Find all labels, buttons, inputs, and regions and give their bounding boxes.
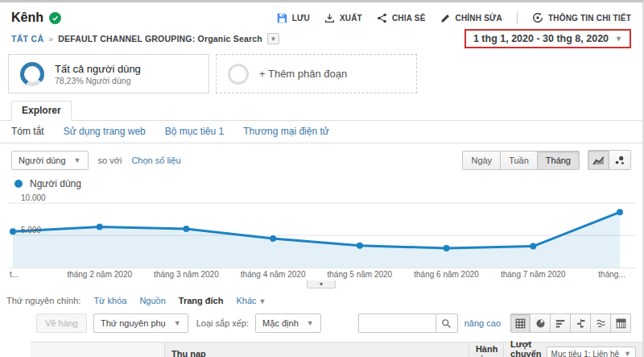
primary-dimension-label: Thứ nguyên chính:	[6, 296, 80, 305]
metric-dropdown[interactable]: Người dùng ▼	[11, 151, 89, 170]
edit-button[interactable]: CHỈNH SỬA	[440, 13, 502, 23]
timeseries-chart[interactable]: 5.00010.000t...tháng 2 năm 2020tháng 3 n…	[0, 201, 642, 280]
line-chart-button[interactable]	[588, 150, 609, 170]
table-view-button[interactable]	[510, 313, 530, 333]
percentage-view-button[interactable]	[530, 313, 551, 333]
breadcrumb-dropdown-button[interactable]: ▼	[267, 33, 279, 44]
comparison-view-icon	[576, 318, 586, 329]
line-chart-icon	[592, 156, 605, 165]
report-title: Kênh	[11, 10, 43, 25]
breadcrumb: TẤT CẢ » DEFAULT CHANNEL GROUPING: Organ…	[11, 33, 279, 44]
title-bar: Kênh LƯU XUẤT CHIA SẺ	[0, 2, 642, 25]
x-axis-tick-label: tháng 6 năm 2020	[414, 270, 479, 279]
motion-chart-button[interactable]	[609, 150, 631, 170]
save-button[interactable]: LƯU	[277, 13, 310, 23]
data-table-header: Thu nạp Hành vi Lượt chuyển đổi Mục tiêu…	[31, 342, 642, 357]
insights-icon	[532, 12, 543, 23]
chevron-down-icon: ▼	[270, 35, 276, 43]
subtab-ecommerce[interactable]: Thương mại điện tử	[243, 126, 329, 137]
metric-bar: Người dùng ▼ so với Chọn số liệu Ngày Tu…	[11, 150, 631, 170]
save-icon	[277, 13, 287, 23]
breadcrumb-grouping: DEFAULT CHANNEL GROUPING: Organic Search	[58, 34, 262, 44]
segments-row: Tất cả người dùng 78,23% Người dùng + Th…	[8, 54, 634, 93]
dimension-other-link[interactable]: Khác ▼	[236, 296, 266, 305]
insights-label: THÔNG TIN CHI TIẾT	[548, 14, 631, 23]
x-axis-tick-label: tháng 3 năm 2020	[154, 270, 219, 279]
sort-type-dropdown[interactable]: Mặc định ▼	[255, 313, 321, 333]
advanced-search-link[interactable]: nâng cao	[464, 318, 501, 328]
share-label: CHIA SẺ	[392, 14, 426, 23]
comparison-view-button[interactable]	[571, 313, 591, 333]
y-axis-tick-label: 5.000	[21, 226, 41, 235]
secondary-dimension-dropdown[interactable]: Thứ nguyên phụ ▼	[93, 313, 188, 333]
table-search	[358, 313, 458, 333]
chart-canvas	[0, 201, 644, 268]
granularity-week-button[interactable]: Tuần	[501, 151, 538, 170]
search-icon	[441, 318, 452, 329]
granularity-buttons: Ngày Tuần Tháng	[462, 151, 580, 170]
chevron-down-icon: ▼	[615, 35, 622, 43]
share-button[interactable]: CHIA SẺ	[377, 13, 426, 23]
dimension-landing-page-link[interactable]: Trang đích	[179, 296, 224, 305]
subtab-goal-set-1[interactable]: Bộ mục tiêu 1	[165, 126, 224, 137]
choose-metric-link[interactable]: Chọn số liệu	[131, 156, 180, 165]
add-segment-button[interactable]: + Thêm phân đoạn	[216, 54, 417, 93]
segment-donut-icon	[20, 62, 44, 86]
chart-legend: Người dùng	[14, 178, 642, 189]
subtab-site-usage[interactable]: Sử dụng trang web	[64, 126, 146, 137]
sort-type-label: Loại sắp xếp:	[196, 318, 249, 328]
granularity-day-button[interactable]: Ngày	[462, 151, 501, 170]
behavior-column-header: Hành vi	[469, 342, 504, 357]
export-label: XUẤT	[340, 14, 362, 23]
date-range-selector[interactable]: 1 thg 1, 2020 - 30 thg 8, 2020 ▼	[464, 29, 631, 48]
insights-button[interactable]: THÔNG TIN CHI TIẾT	[532, 12, 631, 23]
segment-card-all-users[interactable]: Tất cả người dùng 78,23% Người dùng	[8, 54, 209, 93]
search-input[interactable]	[358, 313, 436, 333]
empty-circle-icon	[228, 64, 249, 85]
page-title: Kênh	[11, 10, 61, 25]
chart-collapse-button[interactable]: ▼	[307, 280, 336, 289]
add-segment-label: + Thêm phân đoạn	[259, 68, 347, 80]
vs-label: so với	[98, 156, 122, 165]
subtab-summary[interactable]: Tóm tắt	[11, 126, 44, 137]
x-axis-tick-label: tháng 5 năm 2020	[328, 270, 393, 279]
acquisition-column-header: Thu nạp	[165, 342, 469, 357]
metric-dropdown-value: Người dùng	[19, 156, 66, 165]
plot-rows-button[interactable]: Vẽ hàng	[36, 313, 87, 333]
dimension-source-link[interactable]: Nguồn	[139, 296, 165, 305]
search-button[interactable]	[436, 313, 458, 333]
breadcrumb-all-link[interactable]: TẤT CẢ	[11, 34, 43, 44]
chevron-down-icon: ▼	[319, 281, 324, 287]
chevron-down-icon: ▼	[259, 297, 266, 305]
dimension-keyword-link[interactable]: Từ khóa	[93, 296, 126, 305]
percentage-view-icon	[535, 318, 546, 329]
export-icon	[324, 13, 335, 23]
x-axis-tick-label: tháng...	[598, 270, 625, 279]
legend-series-label: Người dùng	[30, 178, 81, 189]
export-button[interactable]: XUẤT	[324, 13, 362, 23]
subtab-bar: Tóm tắt Sử dụng trang web Bộ mục tiêu 1 …	[0, 121, 642, 143]
segment-title: Tất cả người dùng	[55, 63, 141, 75]
primary-dimension-bar: Thứ nguyên chính: Từ khóa Nguồn Trang đí…	[6, 296, 642, 305]
performance-view-button[interactable]	[551, 313, 571, 333]
pivot-view-button[interactable]	[611, 313, 631, 333]
chevron-down-icon: ▼	[74, 156, 81, 164]
toolbar-separator	[517, 11, 518, 24]
y-axis-tick-label: 10.000	[21, 193, 46, 202]
breadcrumb-row: TẤT CẢ » DEFAULT CHANNEL GROUPING: Organ…	[0, 25, 642, 50]
tab-explorer[interactable]: Explorer	[11, 101, 72, 121]
table-view-icon	[515, 318, 526, 329]
report-toolbar: LƯU XUẤT CHIA SẺ CHỈNH SỬA	[277, 11, 631, 24]
term-cloud-view-button[interactable]	[591, 313, 611, 333]
landing-page-column-header	[31, 342, 165, 357]
chevron-down-icon: ▼	[624, 350, 631, 357]
x-axis-tick-label: t...	[10, 270, 19, 279]
chevron-down-icon: ▼	[307, 319, 314, 327]
granularity-month-button[interactable]: Tháng	[538, 151, 580, 170]
verified-check-icon	[49, 12, 61, 24]
chart-type-buttons	[588, 150, 631, 170]
goal-selector-dropdown[interactable]: Mục tiêu 1: Liên hệ ▼	[547, 347, 636, 357]
breadcrumb-separator: »	[48, 34, 53, 44]
series-dot-icon	[14, 180, 23, 188]
edit-icon	[440, 13, 451, 23]
